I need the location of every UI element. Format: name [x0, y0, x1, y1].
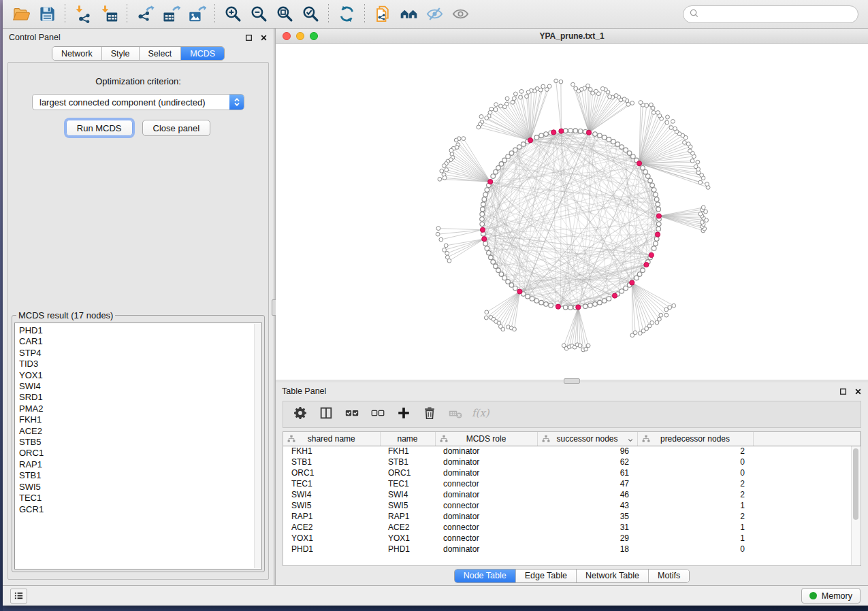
- table-row[interactable]: FKH1FKH1dominator962: [283, 446, 861, 457]
- network-node[interactable]: [485, 246, 489, 251]
- optimization-criterion-select[interactable]: largest connected component (undirected): [32, 94, 244, 110]
- horizontal-splitter-handle[interactable]: [564, 378, 580, 384]
- network-node[interactable]: [491, 174, 496, 179]
- network-node[interactable]: [559, 80, 563, 84]
- network-node[interactable]: [539, 133, 544, 138]
- network-node[interactable]: [669, 126, 673, 130]
- network-node[interactable]: [519, 90, 524, 94]
- select-all-rows-button[interactable]: [340, 403, 363, 425]
- table-cell[interactable]: FKH1: [380, 446, 435, 457]
- network-node[interactable]: [641, 268, 645, 273]
- table-cell[interactable]: FKH1: [283, 446, 380, 457]
- mcds-node[interactable]: [480, 227, 485, 232]
- table-cell[interactable]: 47: [537, 478, 637, 489]
- table-cell[interactable]: 61: [537, 467, 637, 478]
- network-node[interactable]: [578, 344, 582, 348]
- network-node[interactable]: [648, 178, 653, 183]
- control-tab-select[interactable]: Select: [140, 47, 182, 60]
- network-node[interactable]: [477, 125, 481, 129]
- network-node[interactable]: [620, 145, 624, 150]
- network-node[interactable]: [657, 222, 662, 227]
- hide-selected-button[interactable]: [421, 3, 447, 26]
- network-node[interactable]: [631, 154, 636, 159]
- mcds-node[interactable]: [482, 237, 487, 242]
- network-node[interactable]: [482, 197, 487, 202]
- search-input[interactable]: [703, 7, 854, 21]
- table-cell[interactable]: SWI4: [283, 489, 380, 500]
- table-cell[interactable]: 29: [537, 533, 637, 544]
- mcds-result-item[interactable]: ORC1: [19, 448, 261, 459]
- network-node[interactable]: [534, 135, 539, 140]
- export-network-button[interactable]: [132, 3, 158, 26]
- zoom-out-button[interactable]: [246, 3, 272, 26]
- network-node[interactable]: [509, 151, 514, 156]
- network-node[interactable]: [602, 299, 607, 303]
- export-table-button[interactable]: [158, 3, 184, 26]
- network-node[interactable]: [541, 84, 545, 88]
- network-node[interactable]: [701, 205, 705, 210]
- network-node[interactable]: [578, 129, 583, 134]
- network-node[interactable]: [525, 95, 529, 99]
- network-node[interactable]: [571, 82, 575, 86]
- network-node[interactable]: [652, 111, 656, 115]
- network-node[interactable]: [503, 105, 507, 109]
- network-node[interactable]: [627, 151, 632, 156]
- network-node[interactable]: [658, 317, 662, 321]
- network-node[interactable]: [545, 88, 549, 92]
- duplicate-network-button[interactable]: [370, 3, 396, 26]
- network-node[interactable]: [438, 177, 442, 181]
- network-node[interactable]: [519, 95, 523, 99]
- mcds-node[interactable]: [551, 130, 556, 135]
- table-cell[interactable]: 1: [637, 533, 753, 544]
- table-cell[interactable]: 35: [537, 511, 637, 522]
- table-cell[interactable]: YOX1: [283, 533, 380, 544]
- network-node[interactable]: [641, 166, 645, 171]
- mcds-node[interactable]: [488, 180, 493, 184]
- network-node[interactable]: [650, 183, 655, 188]
- network-node[interactable]: [568, 306, 573, 310]
- network-node[interactable]: [584, 347, 588, 351]
- network-node[interactable]: [544, 302, 549, 307]
- table-cell[interactable]: TEC1: [380, 478, 435, 489]
- network-node[interactable]: [496, 166, 501, 171]
- network-node[interactable]: [614, 94, 618, 98]
- mcds-node[interactable]: [655, 232, 660, 237]
- table-row[interactable]: RAP1RAP1dominator352: [283, 511, 861, 522]
- table-cell[interactable]: dominator: [435, 511, 537, 522]
- mcds-result-item[interactable]: GCR1: [19, 504, 261, 515]
- first-neighbors-button[interactable]: [396, 3, 421, 26]
- network-node[interactable]: [654, 242, 658, 246]
- network-node[interactable]: [494, 264, 498, 269]
- network-node[interactable]: [549, 303, 553, 308]
- mcds-node[interactable]: [556, 304, 560, 309]
- network-node[interactable]: [499, 272, 504, 277]
- mcds-result-item[interactable]: STB5: [19, 437, 261, 448]
- zoom-selected-button[interactable]: [298, 3, 323, 26]
- mcds-result-item[interactable]: STB1: [19, 470, 261, 481]
- network-node[interactable]: [454, 138, 458, 142]
- table-cell[interactable]: ACE2: [283, 522, 380, 533]
- table-cell[interactable]: 96: [537, 446, 637, 457]
- network-node[interactable]: [624, 286, 628, 291]
- network-node[interactable]: [513, 327, 517, 331]
- table-scrollbar[interactable]: [851, 446, 860, 565]
- network-node[interactable]: [445, 168, 449, 172]
- mcds-list-scrollbar[interactable]: [254, 324, 261, 568]
- table-row[interactable]: YOX1YOX1connector291: [283, 533, 861, 544]
- network-node[interactable]: [686, 142, 690, 146]
- refresh-button[interactable]: [334, 3, 359, 26]
- network-node[interactable]: [443, 176, 447, 180]
- zoom-fit-button[interactable]: [272, 3, 298, 26]
- table-cell[interactable]: 2: [637, 446, 753, 457]
- mcds-result-item[interactable]: YOX1: [19, 370, 261, 381]
- network-node[interactable]: [643, 170, 648, 175]
- network-node[interactable]: [654, 197, 659, 202]
- mcds-result-item[interactable]: TEC1: [19, 493, 261, 503]
- zoom-in-button[interactable]: [220, 3, 246, 26]
- network-node[interactable]: [672, 303, 676, 308]
- column-header-predecessor-nodes[interactable]: predecessor nodes: [637, 432, 753, 446]
- table-cell[interactable]: RAP1: [283, 511, 380, 522]
- network-node[interactable]: [598, 300, 602, 305]
- network-node[interactable]: [586, 344, 590, 348]
- network-node[interactable]: [499, 162, 504, 167]
